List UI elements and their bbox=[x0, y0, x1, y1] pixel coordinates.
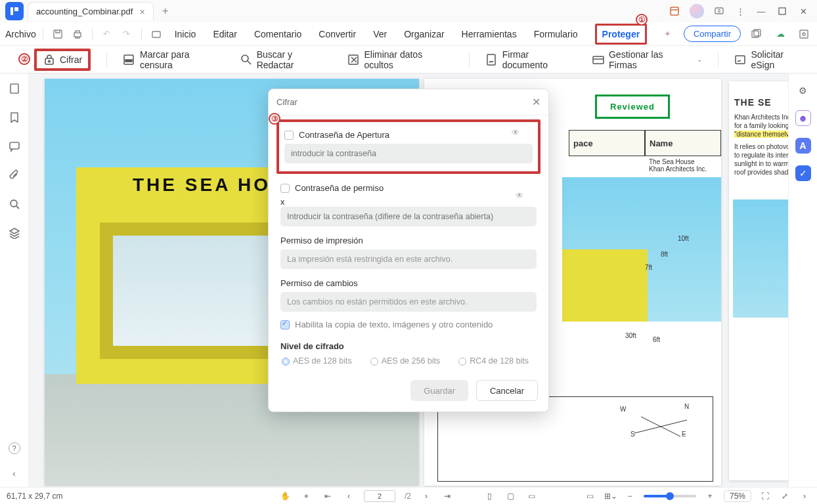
menu-comentario[interactable]: Comentario bbox=[254, 29, 301, 39]
collapse-right-icon[interactable]: › bbox=[799, 492, 810, 501]
radio-aes256[interactable]: AES de 256 bits bbox=[370, 356, 441, 366]
first-page-icon[interactable]: ⇤ bbox=[322, 492, 334, 501]
attachment-icon[interactable] bbox=[7, 168, 22, 182]
select-tool-icon[interactable]: ⌖ bbox=[301, 492, 313, 501]
template-icon[interactable] bbox=[796, 26, 812, 42]
search-redact-icon bbox=[240, 53, 253, 66]
print-icon[interactable] bbox=[70, 26, 85, 42]
menu-organizar[interactable]: Organizar bbox=[404, 29, 444, 39]
menu-inicio[interactable]: Inicio bbox=[175, 29, 196, 39]
cancel-button[interactable]: Cancelar bbox=[476, 380, 538, 401]
minimize-icon[interactable]: — bbox=[755, 5, 767, 17]
user-avatar[interactable] bbox=[690, 4, 704, 18]
zoom-in-icon[interactable]: + bbox=[704, 492, 716, 501]
statusbar: 61,71 x 29,7 cm ✋ ⌖ ⇤ ‹ 2 /2 › ⇥ ▯ ▢ ▭ ▭… bbox=[0, 487, 817, 504]
prev-page-icon[interactable]: ‹ bbox=[343, 492, 355, 501]
fit-page-icon[interactable]: ⛶ bbox=[759, 492, 771, 501]
open-password-section: ③ Contraseña de Apertura 👁 bbox=[276, 119, 541, 174]
save-button[interactable]: Guardar bbox=[410, 380, 468, 401]
layers-icon[interactable] bbox=[7, 226, 22, 240]
more-icon[interactable]: ⋮ bbox=[734, 5, 746, 17]
close-window-icon[interactable]: ✕ bbox=[797, 5, 809, 17]
zoom-value[interactable]: 75% bbox=[724, 490, 751, 502]
radio-aes128[interactable]: AES de 128 bits bbox=[282, 356, 352, 366]
enable-copy-checkbox[interactable] bbox=[280, 320, 290, 329]
batch-icon[interactable] bbox=[749, 26, 764, 42]
enable-copy-label: Habilita la copia de texto, imágenes y o… bbox=[295, 320, 493, 329]
open-icon[interactable] bbox=[148, 26, 164, 42]
zoom-out-icon[interactable]: − bbox=[624, 492, 636, 501]
panel-icon[interactable] bbox=[669, 5, 680, 17]
request-esign-button[interactable]: Solicitar eSign bbox=[734, 49, 809, 70]
share-button[interactable]: Compartir bbox=[684, 26, 741, 42]
menu-formulario[interactable]: Formulario bbox=[534, 29, 578, 39]
translate-icon[interactable]: A bbox=[795, 138, 811, 154]
mark-redact-button[interactable]: Marcar para censura bbox=[123, 49, 224, 70]
menu-editar[interactable]: Editar bbox=[213, 29, 237, 39]
eye-icon[interactable]: 👁 bbox=[512, 128, 519, 137]
bulb-icon[interactable]: ✦ bbox=[660, 26, 676, 42]
remove-hidden-icon bbox=[347, 53, 361, 66]
svg-rect-19 bbox=[593, 56, 604, 64]
manage-sigs-button[interactable]: Gestionar las Firmas ⌄ bbox=[592, 49, 701, 70]
lock-icon bbox=[43, 53, 56, 66]
cloud-icon[interactable]: ☁ bbox=[772, 26, 788, 42]
close-dialog-icon[interactable]: ✕ bbox=[532, 96, 541, 108]
titlebar: accounting_Combinar.pdf × + ⋮ — ✕ bbox=[0, 0, 817, 22]
collapse-left-icon[interactable]: ‹ bbox=[7, 466, 22, 480]
hand-tool-icon[interactable]: ✋ bbox=[280, 492, 292, 501]
zoom-slider[interactable] bbox=[644, 495, 696, 497]
bookmark-icon[interactable] bbox=[7, 110, 22, 125]
save-icon[interactable] bbox=[50, 26, 66, 42]
find-redact-button[interactable]: Buscar y Redactar bbox=[240, 49, 332, 70]
annotation-badge-1: ① bbox=[636, 14, 648, 26]
view-mode-icon[interactable]: ⊞⌄ bbox=[604, 492, 616, 501]
settings-sliders-icon[interactable]: ⚙ bbox=[795, 83, 811, 98]
table-header: pace Name bbox=[569, 130, 721, 156]
maximize-icon[interactable] bbox=[776, 5, 788, 17]
annotation-badge-3: ③ bbox=[269, 113, 280, 125]
search-icon[interactable] bbox=[7, 197, 22, 211]
permission-password-checkbox[interactable] bbox=[280, 184, 290, 193]
feedback-icon[interactable] bbox=[713, 5, 725, 17]
encrypt-dialog: Cifrar ✕ ③ Contraseña de Apertura 👁 Cont… bbox=[268, 89, 549, 412]
single-page-icon[interactable]: ▢ bbox=[504, 492, 516, 501]
open-password-input[interactable] bbox=[284, 144, 533, 163]
last-page-icon[interactable]: ⇥ bbox=[441, 492, 453, 501]
new-tab-button[interactable]: + bbox=[158, 3, 173, 19]
document-tab[interactable]: accounting_Combinar.pdf × bbox=[28, 2, 154, 20]
redo-icon[interactable]: ↷ bbox=[119, 26, 135, 42]
encrypt-button[interactable]: Cifrar bbox=[34, 49, 91, 71]
menu-ver[interactable]: Ver bbox=[373, 29, 387, 39]
two-page-icon[interactable]: ▭ bbox=[525, 492, 537, 501]
page-number-input[interactable]: 2 bbox=[364, 490, 395, 502]
sign-doc-button[interactable]: Firmar documento bbox=[485, 49, 576, 70]
open-password-checkbox[interactable] bbox=[284, 131, 294, 140]
menu-proteger[interactable]: ① Proteger bbox=[595, 24, 648, 45]
page-dimensions: 61,71 x 29,7 cm bbox=[7, 492, 62, 501]
sign-icon bbox=[485, 53, 498, 66]
changes-permission-select[interactable]: Los cambios no están permitidos en este … bbox=[280, 292, 537, 312]
radio-rc4128[interactable]: RC4 de 128 bits bbox=[458, 356, 529, 366]
next-page-icon[interactable]: › bbox=[420, 492, 432, 501]
comment-panel-icon[interactable] bbox=[7, 139, 22, 154]
menu-convertir[interactable]: Convertir bbox=[319, 29, 356, 39]
eye-icon[interactable]: 👁 bbox=[516, 191, 523, 200]
svg-rect-5 bbox=[54, 30, 62, 38]
undo-icon[interactable]: ↶ bbox=[99, 26, 115, 42]
task-check-icon[interactable]: ✓ bbox=[795, 165, 811, 181]
file-menu[interactable]: Archivo bbox=[5, 29, 36, 39]
help-icon[interactable]: ? bbox=[9, 442, 20, 454]
svg-point-11 bbox=[803, 33, 805, 35]
print-permission-select[interactable]: La impresión está restringida en este ar… bbox=[280, 249, 537, 269]
remove-hidden-button[interactable]: Eliminar datos ocultos bbox=[347, 49, 453, 70]
request-esign-label: Solicitar eSign bbox=[751, 49, 809, 70]
close-tab-icon[interactable]: × bbox=[139, 7, 144, 17]
fullscreen-icon[interactable]: ⤢ bbox=[779, 492, 791, 501]
scroll-mode-icon[interactable]: ▯ bbox=[483, 492, 495, 501]
menu-herramientas[interactable]: Herramientas bbox=[462, 29, 517, 39]
ai-chat-icon[interactable]: ☻ bbox=[795, 110, 811, 126]
thumbnail-panel-icon[interactable] bbox=[7, 81, 22, 96]
read-mode-icon[interactable]: ▭ bbox=[585, 492, 596, 501]
permission-password-input[interactable] bbox=[280, 207, 537, 226]
